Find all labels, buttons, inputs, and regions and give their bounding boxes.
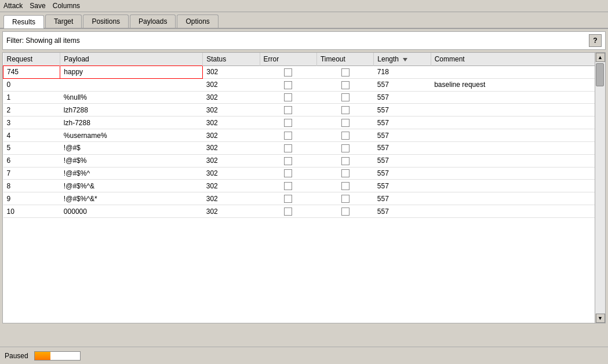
cell-comment <box>431 66 595 79</box>
cell-status: 302 <box>203 180 260 192</box>
cell-error <box>260 180 316 192</box>
status-label: Paused <box>5 352 28 360</box>
sort-indicator-length <box>403 58 407 61</box>
error-checkbox <box>284 93 292 101</box>
cell-payload: !@#$%^ <box>60 167 203 180</box>
cell-payload: !@#$%^&* <box>60 192 203 205</box>
table-scroll: Request Payload Status Error Timeout Len… <box>3 53 595 323</box>
table-row[interactable]: 3lzh-7288302557 <box>3 117 595 129</box>
cell-timeout <box>316 141 373 154</box>
cell-timeout <box>316 91 373 104</box>
timeout-checkbox <box>341 182 349 190</box>
cell-payload: lzh7288 <box>60 104 203 117</box>
cell-request: 9 <box>3 192 60 205</box>
scroll-down-button[interactable]: ▼ <box>596 314 605 323</box>
tab-results[interactable]: Results <box>3 15 44 28</box>
table-row[interactable]: 6!@#$%302557 <box>3 154 595 167</box>
tabs-bar: Results Target Positions Payloads Option… <box>0 12 608 29</box>
error-checkbox <box>284 169 292 177</box>
error-checkbox <box>284 195 292 203</box>
cell-payload <box>60 78 203 91</box>
menu-save[interactable]: Save <box>30 2 45 10</box>
table-row[interactable]: 7!@#$%^302557 <box>3 167 595 180</box>
cell-payload: !@#$%^& <box>60 180 203 192</box>
cell-length: 557 <box>374 167 431 180</box>
timeout-checkbox <box>341 195 349 203</box>
col-header-request[interactable]: Request <box>3 53 60 66</box>
col-header-error[interactable]: Error <box>260 53 316 66</box>
cell-request: 8 <box>3 180 60 192</box>
cell-comment <box>431 141 595 154</box>
cell-error <box>260 167 316 180</box>
col-header-timeout[interactable]: Timeout <box>316 53 373 66</box>
error-checkbox <box>284 81 292 89</box>
cell-comment <box>431 91 595 104</box>
cell-error <box>260 91 316 104</box>
scroll-track[interactable] <box>595 62 605 314</box>
cell-length: 557 <box>374 192 431 205</box>
table-body: 745happy3027180302557baseline request1%n… <box>3 66 595 218</box>
timeout-checkbox <box>341 93 349 101</box>
cell-request: 1 <box>3 91 60 104</box>
cell-payload: 000000 <box>60 205 203 218</box>
table-row[interactable]: 2lzh7288302557 <box>3 104 595 117</box>
cell-status: 302 <box>203 104 260 117</box>
table-row[interactable]: 8!@#$%^&302557 <box>3 180 595 192</box>
cell-payload: lzh-7288 <box>60 117 203 129</box>
cell-status: 302 <box>203 167 260 180</box>
error-checkbox <box>284 119 292 127</box>
tab-target[interactable]: Target <box>45 14 82 28</box>
cell-status: 302 <box>203 78 260 91</box>
cell-request: 2 <box>3 104 60 117</box>
col-header-comment[interactable]: Comment <box>431 53 595 66</box>
cell-payload: %null% <box>60 91 203 104</box>
tab-payloads[interactable]: Payloads <box>130 14 176 28</box>
vertical-scrollbar[interactable]: ▲ ▼ <box>595 53 605 323</box>
table-row[interactable]: 10000000302557 <box>3 205 595 218</box>
cell-comment: baseline request <box>431 78 595 91</box>
error-checkbox <box>284 182 292 190</box>
cell-request: 7 <box>3 167 60 180</box>
help-button[interactable]: ? <box>589 34 602 47</box>
cell-status: 302 <box>203 205 260 218</box>
table-row[interactable]: 0302557baseline request <box>3 78 595 91</box>
cell-error <box>260 141 316 154</box>
cell-length: 557 <box>374 78 431 91</box>
cell-timeout <box>316 154 373 167</box>
scroll-up-button[interactable]: ▲ <box>596 53 605 62</box>
col-header-length[interactable]: Length <box>374 53 431 66</box>
cell-comment <box>431 192 595 205</box>
table-row[interactable]: 5!@#$302557 <box>3 141 595 154</box>
cell-comment <box>431 205 595 218</box>
timeout-checkbox <box>341 169 349 177</box>
cell-comment <box>431 129 595 142</box>
cell-timeout <box>316 104 373 117</box>
col-header-status[interactable]: Status <box>203 53 260 66</box>
table-row[interactable]: 1%null%302557 <box>3 91 595 104</box>
table-row[interactable]: 745happy302718 <box>3 66 595 79</box>
scroll-thumb[interactable] <box>596 63 604 86</box>
table-row[interactable]: 9!@#$%^&*302557 <box>3 192 595 205</box>
menu-attack[interactable]: Attack <box>3 2 23 10</box>
cell-timeout <box>316 205 373 218</box>
col-header-payload[interactable]: Payload <box>60 53 203 66</box>
cell-error <box>260 205 316 218</box>
cell-timeout <box>316 192 373 205</box>
cell-payload: happy <box>60 66 203 79</box>
timeout-checkbox <box>341 119 349 127</box>
table-row[interactable]: 4%username%302557 <box>3 129 595 142</box>
cell-timeout <box>316 180 373 192</box>
cell-length: 557 <box>374 180 431 192</box>
tab-options[interactable]: Options <box>177 14 218 28</box>
cell-timeout <box>316 167 373 180</box>
timeout-checkbox <box>341 81 349 89</box>
cell-payload: !@#$% <box>60 154 203 167</box>
cell-status: 302 <box>203 154 260 167</box>
error-checkbox <box>284 144 292 152</box>
timeout-checkbox <box>341 208 349 216</box>
timeout-checkbox <box>341 68 349 77</box>
status-bar: Paused <box>0 347 608 364</box>
tab-positions[interactable]: Positions <box>83 14 129 28</box>
menu-columns[interactable]: Columns <box>53 2 80 10</box>
cell-error <box>260 104 316 117</box>
